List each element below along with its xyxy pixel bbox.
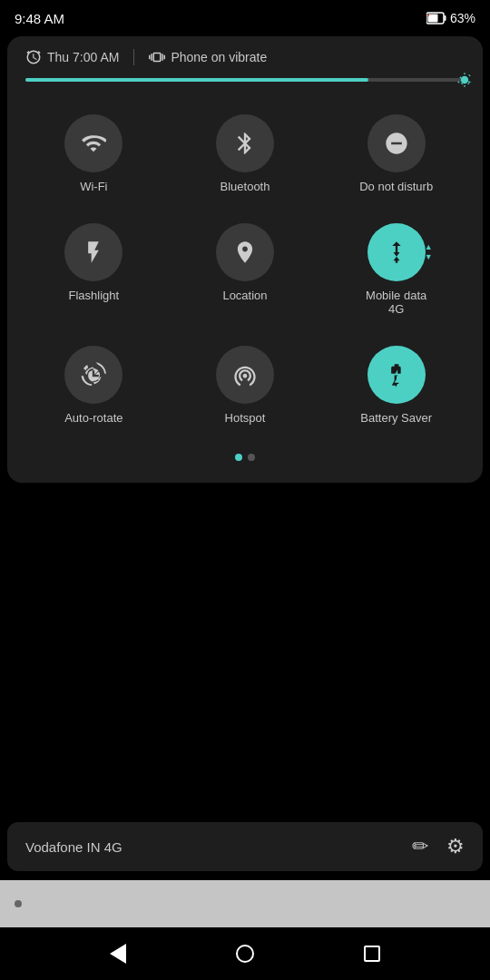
recents-icon <box>364 946 380 962</box>
tile-circle-mobiledata: ▲ ▼ <box>368 223 426 281</box>
back-icon <box>110 944 126 964</box>
tile-label-mobiledata: Mobile data 4G <box>366 289 426 317</box>
tile-label-location: Location <box>222 289 267 303</box>
page-dot-1[interactable] <box>235 454 242 461</box>
brightness-track[interactable] <box>25 78 465 82</box>
status-right: 63% <box>426 11 475 25</box>
tile-circle-dnd <box>368 114 426 172</box>
page-dot-2[interactable] <box>248 454 255 461</box>
mobile-data-arrows: ▲ ▼ <box>425 243 433 261</box>
bluetooth-icon <box>232 131 258 156</box>
back-button[interactable] <box>110 944 126 964</box>
tiles-grid: Wi-Fi Bluetooth Do not disturb <box>7 96 483 443</box>
battery-percent: 63% <box>450 11 475 25</box>
shelf-dot <box>15 900 22 907</box>
settings-icon[interactable]: ⚙ <box>446 835 465 858</box>
tile-hotspot[interactable]: Hotspot <box>173 335 318 436</box>
edit-icon[interactable]: ✏ <box>412 835 428 858</box>
vibrate-label: Phone on vibrate <box>171 50 267 64</box>
tile-circle-batterysaver <box>368 346 426 404</box>
bottom-bar: Vodafone IN 4G ✏ ⚙ <box>7 822 483 871</box>
brightness-fill <box>25 78 368 82</box>
wifi-icon <box>81 131 106 156</box>
home-button[interactable] <box>236 945 254 963</box>
tile-label-wifi: Wi-Fi <box>80 180 107 194</box>
location-icon <box>232 240 258 265</box>
tile-label-batterysaver: Battery Saver <box>360 411 432 426</box>
tile-flashlight[interactable]: Flashlight <box>22 212 166 328</box>
info-divider <box>133 49 134 65</box>
vibrate-icon <box>149 49 165 65</box>
batterysaver-icon <box>384 362 409 387</box>
tile-label-bluetooth: Bluetooth <box>220 180 270 194</box>
mobiledata-icon <box>384 240 409 265</box>
autorotate-icon <box>81 362 106 387</box>
tile-label-flashlight: Flashlight <box>69 289 120 303</box>
alarm-info: Thu 7:00 AM <box>25 49 119 65</box>
bottom-bar-icons: ✏ ⚙ <box>412 835 465 858</box>
tile-circle-bluetooth <box>216 114 274 172</box>
hotspot-icon <box>232 362 258 387</box>
alarm-icon <box>25 49 42 65</box>
tile-circle-location <box>216 223 274 281</box>
carrier-text: Vodafone IN 4G <box>25 839 122 855</box>
tile-location[interactable]: Location <box>173 212 318 328</box>
vibrate-info: Phone on vibrate <box>149 49 267 65</box>
tile-label-hotspot: Hotspot <box>225 411 266 426</box>
nav-bar <box>0 927 490 980</box>
svg-rect-3 <box>427 15 429 16</box>
flashlight-icon <box>81 240 106 265</box>
svg-rect-2 <box>427 15 437 23</box>
tile-mobiledata[interactable]: ▲ ▼ Mobile data 4G <box>324 212 468 328</box>
tile-circle-flashlight <box>64 223 122 281</box>
tile-circle-wifi <box>64 114 122 172</box>
tile-circle-hotspot <box>216 346 274 404</box>
tile-autorotate[interactable]: Auto-rotate <box>22 335 166 436</box>
tile-batterysaver[interactable]: Battery Saver <box>324 335 468 436</box>
tile-circle-autorotate <box>64 346 122 404</box>
brightness-thumb <box>456 71 474 89</box>
recents-button[interactable] <box>364 946 380 962</box>
tile-label-dnd: Do not disturb <box>359 180 433 194</box>
home-icon <box>236 945 254 963</box>
brightness-row[interactable] <box>7 78 483 96</box>
dnd-icon <box>384 131 409 156</box>
alarm-time: Thu 7:00 AM <box>47 50 119 64</box>
tile-label-autorotate: Auto-rotate <box>64 411 122 426</box>
status-bar: 9:48 AM 63% <box>0 0 490 36</box>
status-time: 9:48 AM <box>15 11 64 26</box>
battery-icon <box>426 12 446 24</box>
info-row: Thu 7:00 AM Phone on vibrate <box>7 36 483 78</box>
tile-wifi[interactable]: Wi-Fi <box>22 103 166 205</box>
tile-dnd[interactable]: Do not disturb <box>324 103 468 205</box>
svg-rect-1 <box>444 15 446 21</box>
quick-settings-panel: Thu 7:00 AM Phone on vibrate <box>7 36 483 483</box>
tile-bluetooth[interactable]: Bluetooth <box>173 103 318 205</box>
brightness-icon <box>456 70 474 90</box>
app-shelf <box>0 880 490 927</box>
page-indicators <box>7 443 483 468</box>
